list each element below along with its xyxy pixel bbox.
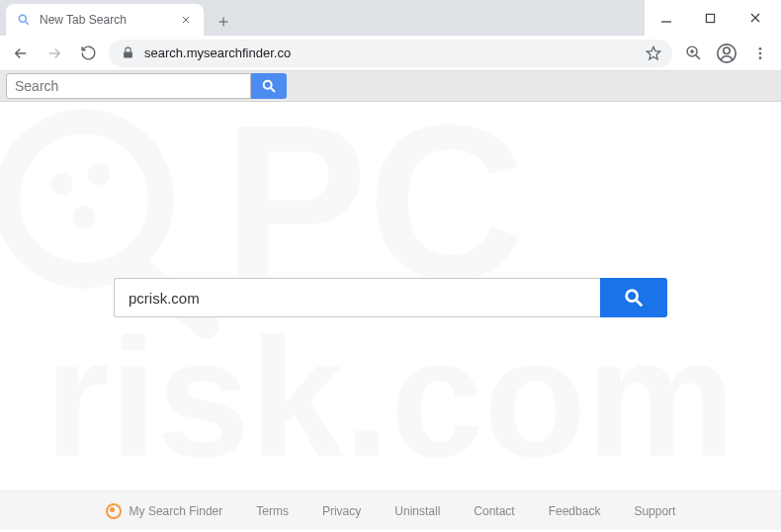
brand-icon (106, 503, 122, 519)
svg-line-29 (637, 301, 643, 307)
svg-point-19 (264, 80, 272, 88)
menu-icon[interactable] (747, 41, 773, 66)
svg-point-17 (759, 51, 762, 54)
svg-point-23 (88, 163, 110, 185)
back-button[interactable] (8, 41, 34, 66)
search-icon (16, 12, 32, 28)
lock-icon (119, 44, 136, 62)
main-search-button[interactable] (600, 278, 667, 317)
top-search-button[interactable] (251, 73, 287, 99)
reload-button[interactable] (75, 41, 101, 66)
svg-point-24 (73, 206, 95, 227)
maximize-button[interactable] (689, 2, 734, 34)
main-search (114, 278, 667, 317)
footer-link-feedback[interactable]: Feedback (549, 504, 601, 518)
page-top-searchbar (0, 71, 781, 102)
window-controls (645, 0, 781, 36)
address-bar[interactable]: search.mysearchfinder.co (109, 40, 672, 67)
footer-link-contact[interactable]: Contact (474, 504, 514, 518)
browser-toolbar: search.mysearchfinder.co (0, 36, 781, 71)
zoom-icon[interactable] (680, 41, 706, 66)
svg-point-18 (759, 56, 762, 59)
footer-link-privacy[interactable]: Privacy (322, 504, 361, 518)
svg-point-22 (51, 173, 73, 195)
svg-line-20 (271, 88, 275, 92)
forward-button[interactable] (42, 41, 67, 66)
browser-tab[interactable]: New Tab Search (6, 4, 204, 36)
star-icon[interactable] (645, 44, 662, 62)
brand: My Search Finder (106, 503, 223, 519)
minimize-button[interactable] (645, 2, 689, 34)
svg-rect-7 (707, 14, 715, 22)
tab-strip: New Tab Search (0, 0, 645, 36)
svg-point-0 (19, 15, 26, 22)
svg-point-28 (627, 291, 638, 302)
main-search-input[interactable] (114, 278, 600, 317)
top-search-input[interactable] (6, 73, 251, 99)
svg-point-15 (724, 47, 730, 53)
page-content: PC risk.com (0, 102, 781, 490)
svg-line-11 (695, 55, 699, 59)
footer-link-support[interactable]: Support (634, 504, 675, 518)
svg-text:risk.com: risk.com (44, 304, 736, 466)
close-icon[interactable] (178, 12, 194, 28)
tab-title: New Tab Search (40, 13, 170, 27)
svg-line-1 (26, 22, 29, 25)
footer-link-uninstall[interactable]: Uninstall (394, 504, 440, 518)
svg-point-21 (7, 122, 161, 276)
url-text: search.mysearchfinder.co (144, 45, 637, 60)
footer-link-terms[interactable]: Terms (256, 504, 289, 518)
new-tab-button[interactable] (210, 8, 237, 36)
brand-name: My Search Finder (130, 504, 223, 518)
close-window-button[interactable] (733, 2, 777, 34)
page-footer: My Search Finder Terms Privacy Uninstall… (0, 490, 781, 530)
profile-icon[interactable] (714, 41, 739, 66)
svg-point-16 (759, 47, 762, 50)
